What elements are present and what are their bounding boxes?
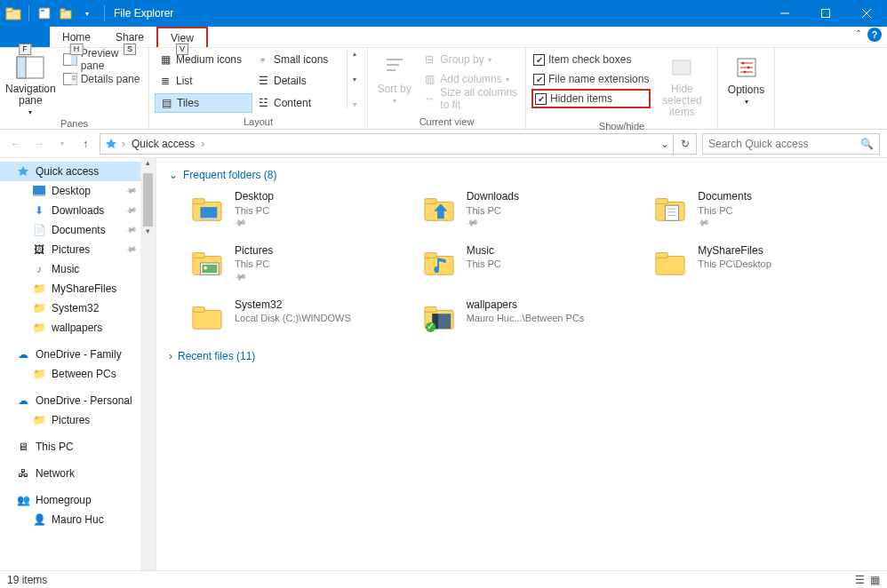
svg-rect-31 xyxy=(33,186,45,195)
pin-icon: 📌 xyxy=(696,215,711,231)
folder-location: This PC xyxy=(698,204,752,217)
group-layout-label: Layout xyxy=(155,115,362,129)
folder-location: This PC xyxy=(235,204,274,217)
close-button[interactable] xyxy=(846,0,887,27)
hide-selected-button[interactable]: Hide selected items xyxy=(656,50,707,119)
sort-by-button[interactable]: Sort by ▾ xyxy=(373,50,415,105)
quickaccess-icon xyxy=(104,137,118,151)
tree-mauro[interactable]: 👤Mauro Huc xyxy=(0,510,156,529)
folder-icon xyxy=(188,190,226,227)
title-bar: ▾ File Explorer xyxy=(0,0,887,27)
layout-medium-icons[interactable]: ▦Medium icons xyxy=(155,50,252,69)
hidden-items-toggle[interactable]: ✔Hidden items xyxy=(531,89,651,108)
layout-scroll[interactable]: ▴▾▿ xyxy=(347,50,361,108)
group-currentview-label: Current view xyxy=(373,115,520,129)
folder-item[interactable]: DocumentsThis PC📌 xyxy=(651,190,875,228)
navigation-tree[interactable]: Quick access Desktop ⬇Downloads 📄Documen… xyxy=(0,158,156,570)
svg-rect-54 xyxy=(656,253,667,258)
tab-file[interactable]: F xyxy=(0,27,50,47)
large-icons-view-icon[interactable]: ▦ xyxy=(870,574,880,586)
layout-tiles[interactable]: ▤Tiles xyxy=(155,93,252,113)
qat-newfolder-icon[interactable] xyxy=(56,4,76,23)
up-button[interactable]: ↑ xyxy=(76,138,94,150)
svg-rect-58 xyxy=(425,306,436,312)
group-panes-label: Panes xyxy=(5,116,143,131)
qat-dropdown-icon[interactable]: ▾ xyxy=(77,4,97,23)
pin-icon: 📌 xyxy=(232,269,247,285)
folder-item[interactable]: MusicThis PC xyxy=(420,244,643,282)
search-box[interactable]: Search Quick access 🔍 xyxy=(702,133,880,155)
folder-item[interactable]: DownloadsThis PC📌 xyxy=(420,190,643,228)
tree-od-pictures[interactable]: 📁Pictures xyxy=(0,410,156,430)
tree-downloads[interactable]: ⬇Downloads xyxy=(0,201,156,220)
minimize-button[interactable] xyxy=(764,0,805,27)
tree-quick-access[interactable]: Quick access xyxy=(0,162,156,181)
tree-onedrive-family[interactable]: ☁OneDrive - Family xyxy=(0,345,156,364)
tab-view[interactable]: ViewV xyxy=(156,27,208,47)
ribbon-collapse-icon[interactable]: ˆ xyxy=(857,29,860,42)
folder-icon xyxy=(188,244,226,282)
svg-rect-3 xyxy=(41,10,44,12)
tree-scrollbar[interactable]: ▴▾ xyxy=(140,158,156,570)
folder-icon xyxy=(651,244,689,282)
tab-share[interactable]: ShareS xyxy=(103,27,156,47)
folder-icon xyxy=(651,190,689,227)
status-text: 19 items xyxy=(7,574,47,586)
recent-files-header[interactable]: › Recent files (11) xyxy=(169,350,875,362)
folder-item[interactable]: PicturesThis PC📌 xyxy=(188,244,412,282)
pin-icon: 📌 xyxy=(232,215,247,231)
recent-locations-button[interactable]: ▾ xyxy=(53,139,71,147)
content-area: ⌄ Frequent folders (8) DesktopThis PC📌Do… xyxy=(156,158,887,570)
layout-small-icons[interactable]: ▫Small icons xyxy=(252,50,341,69)
layout-details[interactable]: ☰Details xyxy=(252,71,341,91)
group-by-button[interactable]: ⊟Group by ▾ xyxy=(420,50,520,69)
tree-mysharefiles[interactable]: 📁MyShareFiles xyxy=(0,279,156,298)
svg-point-26 xyxy=(747,67,749,69)
tree-music[interactable]: ♪Music xyxy=(0,259,156,279)
tree-network[interactable]: 🖧Network xyxy=(0,464,156,483)
folder-item[interactable]: DesktopThis PC📌 xyxy=(188,190,412,228)
file-extensions-toggle[interactable]: ✔File name extensions xyxy=(531,69,651,89)
svg-marker-30 xyxy=(18,166,28,176)
layout-list[interactable]: ≣List xyxy=(155,71,252,91)
maximize-button[interactable] xyxy=(805,0,846,27)
address-dropdown-icon[interactable]: ⌄ xyxy=(660,138,669,150)
tab-home[interactable]: HomeH xyxy=(50,27,103,47)
svg-text:✓: ✓ xyxy=(427,321,435,331)
navigation-pane-button[interactable]: Navigation pane ▾ xyxy=(5,50,56,116)
folder-item[interactable]: System32Local Disk (C:)\WINDOWS xyxy=(188,298,412,336)
layout-content[interactable]: ☳Content xyxy=(252,93,341,113)
forward-button[interactable]: → xyxy=(30,138,48,150)
breadcrumb-root[interactable]: Quick access xyxy=(129,138,197,150)
svg-rect-56 xyxy=(193,306,204,312)
folder-name: Desktop xyxy=(235,190,274,204)
tree-between-pcs[interactable]: 📁Between PCs xyxy=(0,364,156,384)
refresh-button[interactable]: ↻ xyxy=(674,133,697,155)
help-icon[interactable]: ? xyxy=(867,28,882,42)
folder-item[interactable]: ✓wallpapersMauro Huc...\Between PCs xyxy=(420,298,643,336)
svg-rect-21 xyxy=(673,60,691,75)
tree-this-pc[interactable]: 🖥This PC xyxy=(0,437,156,457)
item-checkboxes-toggle[interactable]: ✔Item check boxes xyxy=(531,50,651,69)
svg-rect-47 xyxy=(193,253,204,258)
folder-item[interactable]: MyShareFilesThis PC\Desktop xyxy=(651,244,875,282)
tree-desktop[interactable]: Desktop xyxy=(0,181,156,201)
frequent-folders-header[interactable]: ⌄ Frequent folders (8) xyxy=(169,169,875,181)
svg-rect-35 xyxy=(200,207,217,218)
tree-system32[interactable]: 📁System32 xyxy=(0,298,156,318)
svg-rect-32 xyxy=(33,195,45,196)
qat-properties-icon[interactable] xyxy=(35,4,54,23)
address-bar[interactable]: › Quick access › ⌄ xyxy=(100,133,674,155)
options-button[interactable]: Options ▾ xyxy=(723,50,769,106)
window-title: File Explorer xyxy=(114,7,173,20)
size-columns-button[interactable]: ↔Size all columns to fit xyxy=(420,89,520,108)
details-view-icon[interactable]: ☰ xyxy=(855,574,865,586)
tree-homegroup[interactable]: 👥Homegroup xyxy=(0,490,156,510)
tree-onedrive-personal[interactable]: ☁OneDrive - Personal xyxy=(0,391,156,410)
details-pane-button[interactable]: Details pane xyxy=(61,69,143,89)
back-button[interactable]: ← xyxy=(7,138,25,150)
folder-location: Local Disk (C:)\WINDOWS xyxy=(235,312,351,324)
tree-wallpapers[interactable]: 📁wallpapers xyxy=(0,318,156,338)
tree-documents[interactable]: 📄Documents xyxy=(0,220,156,240)
tree-pictures[interactable]: 🖼Pictures xyxy=(0,240,156,259)
